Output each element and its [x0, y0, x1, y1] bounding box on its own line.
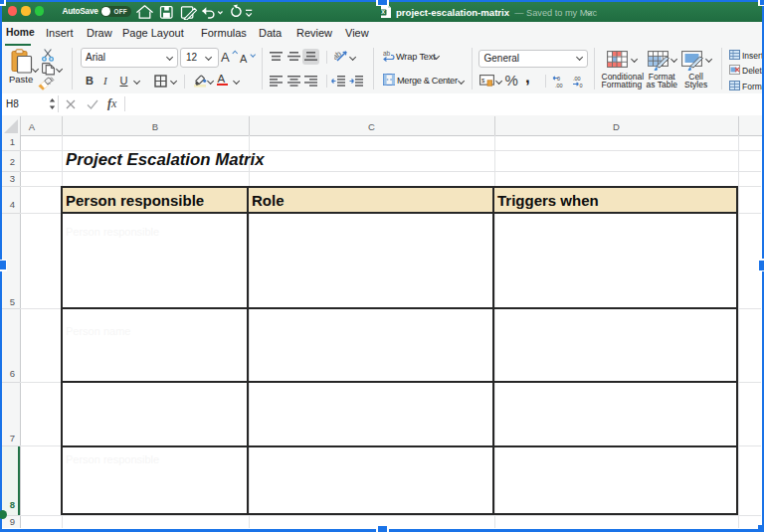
svg-text:X: X — [381, 9, 385, 15]
svg-text:.00: .00 — [555, 82, 563, 88]
svg-text:0: 0 — [580, 82, 583, 88]
svg-text:.00: .00 — [573, 76, 581, 82]
svg-text:ab: ab — [383, 50, 391, 57]
